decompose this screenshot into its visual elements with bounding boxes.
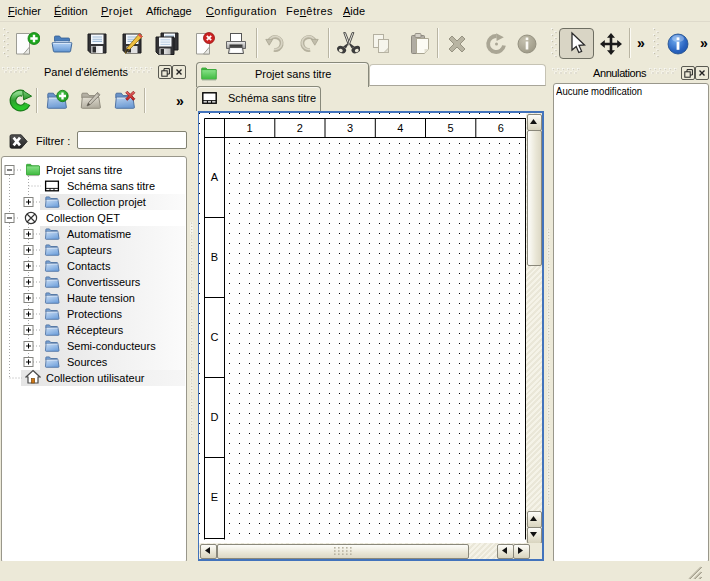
svg-text:2: 2: [297, 122, 303, 134]
svg-text:B: B: [211, 251, 218, 263]
svg-text:D: D: [211, 411, 219, 423]
svg-text:1: 1: [247, 122, 253, 134]
svg-text:4: 4: [397, 122, 403, 134]
svg-text:A: A: [211, 171, 219, 183]
svg-text:3: 3: [347, 122, 353, 134]
svg-text:6: 6: [498, 122, 504, 134]
svg-text:C: C: [211, 331, 219, 343]
svg-text:5: 5: [448, 122, 454, 134]
svg-text:E: E: [211, 491, 218, 503]
